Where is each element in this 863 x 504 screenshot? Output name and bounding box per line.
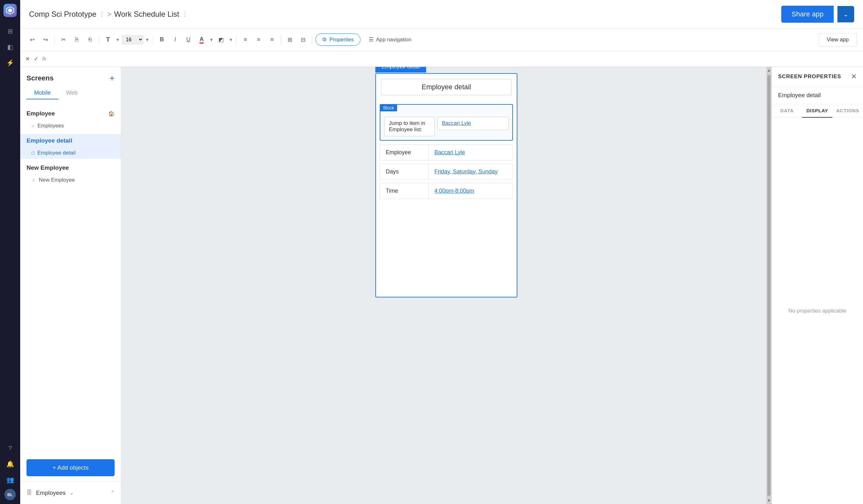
avatar[interactable]: BL: [4, 489, 16, 500]
days-field-value[interactable]: Friday, Saturday, Sunday: [429, 164, 513, 180]
jump-label-cell: Jump to item inEmployee list:: [384, 117, 435, 136]
cut-button[interactable]: ✂: [58, 34, 69, 46]
screen-group-employee-detail: Employee detail □ Employee detail: [20, 133, 121, 160]
star-icon: ☆: [32, 178, 36, 183]
screen-list: Employee 🏠 ○ Employees Employee detail □: [20, 103, 121, 454]
new-employee-label: New Employee: [39, 177, 75, 183]
employees-label: Employees: [37, 123, 64, 129]
grid-view-button[interactable]: ⊞: [284, 34, 296, 46]
block-container: ⠿ Block Jump to item inEmployee list: Ba…: [380, 104, 513, 141]
employee-group-title: Employee: [26, 110, 55, 117]
screen-item-employee[interactable]: Employee 🏠: [20, 107, 121, 120]
chevron-up-icon[interactable]: ⌃: [111, 490, 115, 496]
circle-icon: ○: [32, 123, 34, 128]
scroll-bar[interactable]: ▲ ▼: [766, 67, 772, 504]
tab-actions[interactable]: ACTIONS: [833, 104, 863, 118]
chevron-down-icon[interactable]: ⌄: [70, 490, 74, 496]
home-icon: 🏠: [108, 111, 115, 117]
right-panel-close-button[interactable]: ✕: [851, 73, 857, 81]
screens-title: Screens: [26, 74, 54, 82]
no-properties-message: No properties applicable: [788, 308, 846, 314]
formula-close-button[interactable]: ✕: [25, 55, 30, 63]
mobile-tab[interactable]: Mobile: [26, 87, 59, 99]
toolbar-sep-5: [280, 35, 281, 44]
sidebar: ⊞ ◧ ⚡ ? 🔔 👥 BL: [0, 0, 20, 504]
underline-button[interactable]: U: [183, 34, 194, 46]
screen-group-employee: Employee 🏠 ○ Employees: [20, 106, 121, 133]
view-toggle: Mobile Web: [20, 87, 121, 103]
tab-data[interactable]: DATA: [772, 104, 802, 118]
employee-detail-tab[interactable]: Employee detail: [375, 67, 426, 73]
app-nav-button[interactable]: ☰ App navigation: [362, 34, 417, 46]
breadcrumb-dots[interactable]: ⋮: [99, 11, 104, 18]
block-row: Jump to item inEmployee list: Baccari Ly…: [383, 113, 510, 138]
screen-title-input[interactable]: [381, 79, 512, 95]
employee-field-value[interactable]: Baccari Lyle: [429, 144, 513, 160]
fill-chevron: ▼: [229, 37, 233, 42]
font-chevron: ▼: [145, 37, 150, 42]
left-panel: Screens + Mobile Web Employee 🏠 ○ Employ…: [20, 67, 121, 504]
block-label: Block: [380, 104, 397, 111]
copy-button[interactable]: ⎘: [71, 34, 83, 46]
phone-container: Employee detail ⠿ Block Jump to item inE…: [375, 73, 517, 297]
text-button[interactable]: T: [102, 34, 114, 46]
view-app-button[interactable]: View app: [819, 33, 857, 47]
time-field-value[interactable]: 4:00pm-8:00pm: [429, 183, 513, 199]
fill-color-button[interactable]: ◩: [216, 34, 227, 46]
align-right-button[interactable]: ≡: [266, 34, 277, 46]
current-screen: Work Schedule List: [114, 10, 179, 18]
screen-sub-new-employee[interactable]: ☆ New Employee: [20, 175, 121, 186]
sidebar-item-lightning[interactable]: ⚡: [3, 56, 17, 69]
paste-button[interactable]: ⎗: [84, 34, 96, 46]
properties-button[interactable]: ⚙ Properties: [315, 34, 360, 46]
jump-value-cell[interactable]: Baccari Lyle: [437, 117, 509, 130]
screen-group-new-employee: New Employee ☆ New Employee: [20, 160, 121, 187]
font-size-select[interactable]: 1612141824: [122, 35, 143, 44]
canvas-empty-space: [376, 202, 517, 297]
panel-header: Screens +: [20, 67, 121, 87]
share-chevron-button[interactable]: ⌄: [837, 6, 854, 22]
sidebar-item-grid[interactable]: ⊞: [3, 25, 17, 38]
share-button[interactable]: Share app: [781, 6, 834, 23]
redo-button[interactable]: ↪: [40, 34, 51, 46]
gear-icon: ⚙: [322, 36, 327, 43]
time-field-label: Time: [380, 183, 429, 199]
text-chevron: ▼: [115, 37, 120, 42]
form-row-days: Days Friday, Saturday, Sunday: [380, 164, 513, 180]
bold-button[interactable]: B: [156, 34, 167, 46]
main-content: Comp Sci Prototype ⋮ > Work Schedule Lis…: [20, 0, 863, 504]
sidebar-item-help[interactable]: ?: [3, 441, 17, 455]
form-row-employee: Employee Baccari Lyle: [380, 144, 513, 160]
font-color-button[interactable]: A: [196, 34, 208, 46]
canvas-area: Employee detail ⠿ Block Jump to item inE…: [121, 67, 772, 504]
breadcrumb-sep: >: [107, 10, 111, 18]
grid-view2-button[interactable]: ⊟: [297, 34, 309, 46]
new-employee-group-title: New Employee: [26, 164, 69, 171]
add-objects-button[interactable]: + Add objects: [26, 459, 115, 476]
screen-title-row: [376, 74, 517, 100]
sidebar-item-users[interactable]: 👥: [3, 473, 17, 486]
screen-sub-employees[interactable]: ○ Employees: [20, 120, 121, 131]
database-name: Employees: [36, 490, 66, 496]
formula-confirm-button[interactable]: ✓: [34, 55, 38, 63]
screen-dots[interactable]: ⋮: [182, 11, 188, 18]
app-logo[interactable]: [3, 4, 17, 17]
sidebar-item-layers[interactable]: ◧: [3, 40, 17, 54]
align-center-button[interactable]: ≡: [253, 34, 264, 46]
bottom-bar: 🗄 Employees ⌄ ⌃: [20, 481, 121, 504]
align-left-button[interactable]: ≡: [240, 34, 251, 46]
screen-sub-employee-detail[interactable]: □ Employee detail: [20, 147, 121, 159]
web-tab[interactable]: Web: [59, 87, 85, 99]
undo-button[interactable]: ↩: [26, 34, 38, 46]
nav-icon: ☰: [369, 36, 373, 43]
screen-properties-title: SCREEN PROPERTIES: [778, 74, 841, 80]
tab-display[interactable]: DISPLAY: [802, 104, 833, 118]
screen-item-employee-detail[interactable]: Employee detail: [20, 134, 121, 147]
employee-detail-group-title: Employee detail: [26, 137, 72, 144]
formula-bar: ✕ ✓ fx: [20, 51, 863, 67]
font-color-chevron: ▼: [209, 37, 214, 42]
italic-button[interactable]: I: [170, 34, 181, 46]
add-screen-button[interactable]: +: [110, 73, 115, 83]
screen-item-new-employee[interactable]: New Employee: [20, 161, 121, 175]
sidebar-item-bell[interactable]: 🔔: [3, 457, 17, 470]
